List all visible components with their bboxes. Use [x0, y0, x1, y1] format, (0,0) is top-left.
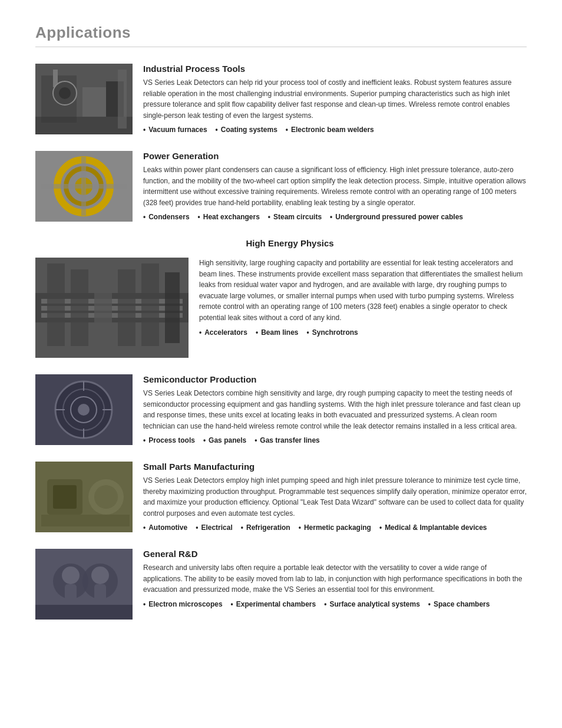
section-power: Power Generation Leaks within power plan…: [35, 151, 527, 222]
title-divider: [35, 47, 527, 47]
image-general: [35, 549, 133, 620]
svg-rect-14: [81, 186, 86, 216]
bullet-sp-3: Hermetic packaging: [299, 523, 371, 532]
svg-rect-46: [65, 584, 77, 608]
svg-point-41: [94, 485, 118, 509]
image-semiconductor: [35, 374, 133, 445]
bullet-power-0: Condensers: [143, 213, 190, 221]
svg-rect-23: [71, 269, 88, 346]
body-small-parts: VS Series Leak Detectors employ high inl…: [143, 475, 527, 519]
content-small-parts: Small Parts Manufacturing VS Series Leak…: [143, 462, 527, 532]
content-power: Power Generation Leaks within power plan…: [143, 151, 527, 222]
bullets-physics: Accelerators Beam lines Synchrotrons: [199, 328, 527, 337]
svg-rect-27: [165, 272, 180, 343]
bullet-gen-0: Electron microscopes: [143, 600, 223, 608]
body-power: Leaks within power plant condensers can …: [143, 164, 527, 208]
bullet-industrial-2: Electronic beam welders: [286, 126, 374, 134]
svg-point-45: [62, 566, 80, 584]
svg-rect-25: [118, 269, 135, 346]
bullet-gen-3: Space chambers: [428, 600, 490, 608]
svg-rect-50: [35, 605, 133, 620]
svg-point-7: [59, 87, 71, 99]
svg-point-48: [91, 566, 109, 584]
title-power: Power Generation: [143, 151, 527, 161]
bullet-gen-1: Experimental chambers: [231, 600, 316, 608]
content-semiconductor: Semiconductor Production VS Series Leak …: [143, 374, 527, 445]
bullet-power-3: Underground pressured power cables: [330, 213, 463, 221]
content-physics: High sensitivity, large roughing capacit…: [199, 258, 527, 337]
svg-point-32: [78, 404, 90, 416]
svg-rect-15: [41, 184, 82, 189]
bullet-industrial-1: Coating systems: [216, 126, 277, 134]
bullet-semi-0: Process tools: [143, 436, 195, 444]
title-semiconductor: Semiconductor Production: [143, 374, 527, 384]
body-physics: High sensitivity, large roughing capacit…: [199, 258, 527, 324]
section-small-parts: Small Parts Manufacturing VS Series Leak…: [35, 462, 527, 532]
svg-rect-24: [94, 275, 112, 340]
svg-rect-26: [141, 263, 159, 346]
image-physics: [35, 258, 189, 358]
body-general: Research and university labs often requi…: [143, 562, 527, 595]
bullets-small-parts: Automotive Electrical Refrigeration Herm…: [143, 523, 527, 532]
bullet-physics-2: Synchrotrons: [307, 328, 358, 337]
bullets-power: Condensers Heat exchangers Steam circuit…: [143, 213, 527, 221]
svg-rect-22: [47, 263, 65, 346]
bullet-gen-2: Surface analytical systems: [324, 600, 420, 608]
bullet-physics-0: Accelerators: [199, 328, 247, 337]
svg-rect-8: [118, 70, 127, 129]
bullets-general: Electron microscopes Experimental chambe…: [143, 600, 527, 608]
svg-rect-39: [53, 485, 77, 509]
bullet-sp-4: Medical & Implantable devices: [379, 523, 487, 532]
title-industrial: Industrial Process Tools: [143, 64, 527, 74]
svg-rect-13: [81, 157, 86, 186]
body-semiconductor: VS Series Leak Detectors combine high se…: [143, 388, 527, 431]
image-power: [35, 151, 133, 222]
title-physics: High Energy Physics: [246, 238, 333, 248]
bullet-sp-2: Refrigeration: [241, 523, 290, 532]
bullet-sp-1: Electrical: [196, 523, 233, 532]
bullet-sp-0: Automotive: [143, 523, 187, 532]
image-small-parts: [35, 462, 133, 532]
svg-rect-49: [94, 584, 106, 608]
section-semiconductor: Semiconductor Production VS Series Leak …: [35, 374, 527, 445]
bullet-semi-1: Gas panels: [203, 436, 246, 444]
bullets-industrial: Vacuum furnaces Coating systems Electron…: [143, 126, 527, 134]
section-physics: High Energy Physics Hi: [35, 238, 527, 358]
body-industrial: VS Series Leak Detectors can help rid yo…: [143, 77, 527, 121]
title-small-parts: Small Parts Manufacturing: [143, 462, 527, 472]
section-industrial: Industrial Process Tools VS Series Leak …: [35, 64, 527, 134]
image-industrial: [35, 64, 133, 134]
svg-rect-16: [85, 184, 127, 189]
page-title: Applications: [35, 24, 527, 42]
section-general: General R&D Research and university labs…: [35, 549, 527, 620]
content-industrial: Industrial Process Tools VS Series Leak …: [143, 64, 527, 134]
bullets-semiconductor: Process tools Gas panels Gas transfer li…: [143, 436, 527, 444]
content-general: General R&D Research and university labs…: [143, 549, 527, 620]
svg-rect-42: [41, 515, 130, 526]
title-general: General R&D: [143, 549, 527, 559]
svg-rect-2: [82, 87, 106, 117]
bullet-power-2: Steam circuits: [268, 213, 322, 221]
bullet-semi-2: Gas transfer lines: [254, 436, 320, 444]
bullet-power-1: Heat exchangers: [198, 213, 260, 221]
bullet-industrial-0: Vacuum furnaces: [143, 126, 207, 134]
bullet-physics-1: Beam lines: [256, 328, 299, 337]
